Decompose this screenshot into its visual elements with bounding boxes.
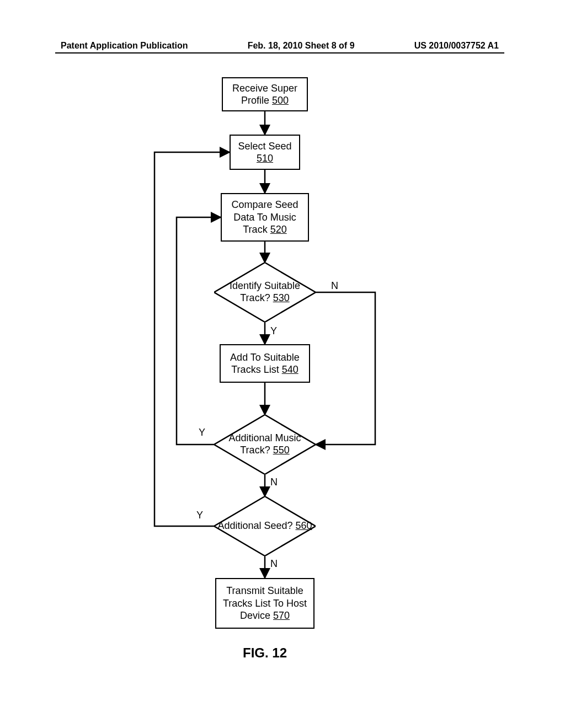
node-ref: 500 [272,95,289,106]
header-right: US 2010/0037752 A1 [414,41,499,51]
page-header: Patent Application Publication Feb. 18, … [0,41,565,51]
node-ref: 560 [296,520,312,531]
decision-identify-suitable-track: Identify Suitable Track? 530 [214,263,316,322]
node-ref: 570 [273,610,290,621]
process-receive-super-profile: Receive Super Profile 500 [222,77,308,111]
node-ref: 520 [270,224,287,235]
header-left: Patent Application Publication [61,41,188,51]
edge-label-y: Y [270,325,277,337]
header-center: Feb. 18, 2010 Sheet 8 of 9 [248,41,355,51]
process-select-seed: Select Seed 510 [230,135,300,170]
edge-label-n: N [270,477,278,488]
decision-additional-track: Additional Music Track? 550 [214,415,316,474]
header-rule [55,52,504,53]
node-text: Compare Seed Data To Music Track [231,199,298,235]
edge-label-n: N [270,558,278,570]
node-text: Additional Seed? [217,520,292,531]
node-text: Additional Music Track? [228,432,301,456]
process-transmit-list: Transmit Suitable Tracks List To Host De… [215,578,315,629]
edge-label-n: N [331,280,338,292]
node-ref: 540 [282,364,299,375]
edge-label-y: Y [196,510,203,521]
figure-label: FIG. 12 [243,645,287,661]
node-text: Identify Suitable Track? [230,280,300,303]
process-compare-seed: Compare Seed Data To Music Track 520 [221,193,309,242]
node-text: Transmit Suitable Tracks List To Host De… [223,585,307,621]
edge-label-y: Y [199,427,205,438]
process-add-to-list: Add To Suitable Tracks List 540 [220,344,310,383]
flowchart-stage: Receive Super Profile 500 Select Seed 51… [0,72,565,695]
node-ref: 530 [273,292,290,303]
decision-additional-seed: Additional Seed? 560 [214,496,316,556]
node-ref: 550 [273,445,290,456]
node-ref: 510 [257,153,273,164]
node-text: Select Seed [238,141,291,152]
